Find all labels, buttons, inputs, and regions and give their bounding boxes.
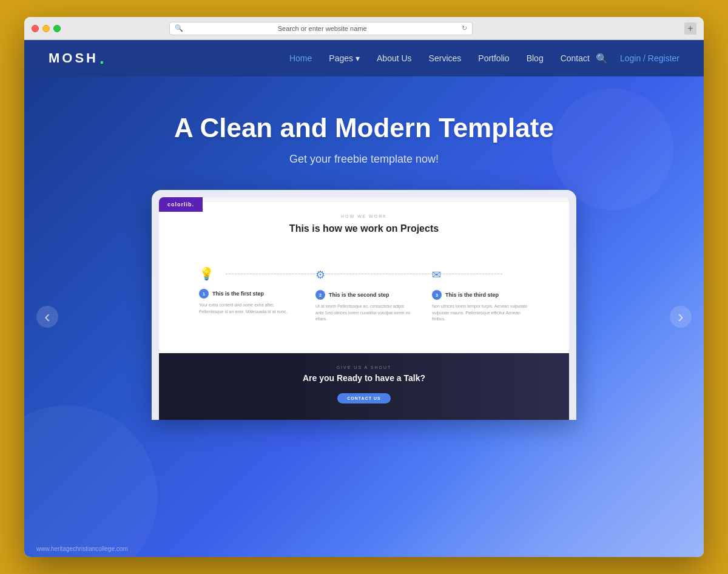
- carousel-next-button[interactable]: ›: [670, 306, 692, 328]
- search-icon: 🔍: [175, 24, 183, 32]
- close-button[interactable]: [32, 25, 39, 32]
- nav-link-portfolio[interactable]: Portfolio: [478, 53, 509, 63]
- bg-decoration-1: [24, 405, 158, 557]
- mockup-body: HOW WE WORK This is how we work on Proje…: [159, 202, 569, 353]
- hero-section: ‹ › A Clean and Modern Template Get your…: [24, 76, 704, 557]
- carousel-prev-button[interactable]: ‹: [36, 306, 58, 328]
- step-1-icon: 💡: [199, 265, 214, 283]
- mockup-content: colorlib. HOW WE WORK This is how we wor…: [159, 197, 569, 420]
- step-1-title: This is the first step: [212, 291, 264, 297]
- mockup-cta-button[interactable]: CONTACT US: [337, 393, 390, 403]
- step-1-label: 1 This is the first step: [199, 289, 264, 299]
- mockup-cta-title: Are you Ready to have a Talk?: [171, 373, 557, 383]
- minimize-button[interactable]: [42, 25, 50, 32]
- step-3-title: This is the third step: [445, 292, 499, 298]
- step-1: 💡 1 This is the first step Your extra co…: [199, 265, 296, 323]
- step-2-title: This is the second step: [329, 292, 389, 298]
- nav-login-link[interactable]: Login / Register: [620, 53, 679, 63]
- step-2-icon: ⚙: [315, 266, 325, 284]
- maximize-button[interactable]: [53, 25, 61, 32]
- step-3-number: 3: [432, 290, 442, 300]
- footer-url: www.heritagechristiancollege.com: [36, 545, 128, 552]
- step-2-desc: Ut at lorem Pellentesque ac, consectetur…: [315, 303, 413, 323]
- nav-link-services[interactable]: Services: [429, 53, 462, 63]
- navbar: MOSH. Home Pages ▾ About Us Services Por…: [24, 40, 704, 76]
- nav-link-pages[interactable]: Pages ▾: [329, 53, 360, 63]
- step-2-number: 2: [315, 290, 325, 300]
- mockup-section-title: This is how we work on Projects: [177, 223, 551, 234]
- step-3-label: 3 This is the third step: [432, 290, 499, 300]
- traffic-lights: [32, 25, 61, 32]
- hero-text-block: A Clean and Modern Template Get your fre…: [174, 76, 554, 166]
- logo-dot: .: [99, 50, 107, 67]
- browser-window: 🔍 Search or enter website name ↻ + MOSH.…: [24, 17, 704, 557]
- step-3: ✉ 3 This is the third step Non ultrices …: [432, 265, 529, 323]
- step-2: ⚙ 2 This is the second step Ut at lorem …: [315, 265, 413, 323]
- nav-logo: MOSH.: [49, 50, 107, 67]
- step-1-desc: Your extra content and some extra after.…: [199, 302, 296, 315]
- steps-container: 💡 1 This is the first step Your extra co…: [177, 252, 551, 341]
- laptop-screen-outer: colorlib. HOW WE WORK This is how we wor…: [152, 190, 576, 420]
- nav-link-blog[interactable]: Blog: [527, 53, 544, 63]
- nav-search-icon[interactable]: 🔍: [596, 53, 608, 64]
- step-1-number: 1: [199, 289, 209, 299]
- address-bar-text: Search or enter website name: [187, 25, 458, 32]
- hero-subtitle: Get your freebie template now!: [174, 153, 554, 166]
- step-2-label: 2 This is the second step: [315, 290, 389, 300]
- nav-link-home[interactable]: Home: [289, 53, 312, 63]
- mockup-header-bar: [159, 197, 569, 202]
- laptop-mockup: colorlib. HOW WE WORK This is how we wor…: [152, 190, 576, 420]
- laptop-screen-inner: colorlib. HOW WE WORK This is how we wor…: [159, 197, 569, 420]
- hero-title: A Clean and Modern Template: [174, 113, 554, 143]
- website-content: MOSH. Home Pages ▾ About Us Services Por…: [24, 40, 704, 557]
- mockup-cta-tag: GIVE US A SHOUT: [171, 365, 557, 370]
- nav-link-about[interactable]: About Us: [377, 53, 412, 63]
- nav-links: Home Pages ▾ About Us Services Portfolio…: [289, 53, 590, 64]
- reload-icon[interactable]: ↻: [462, 24, 467, 32]
- step-3-icon: ✉: [432, 266, 441, 284]
- new-tab-button[interactable]: +: [684, 22, 696, 35]
- nav-link-contact[interactable]: Contact: [561, 53, 590, 63]
- mockup-section-tag: HOW WE WORK: [177, 214, 551, 218]
- chevron-down-icon: ▾: [356, 53, 360, 63]
- logo-text: MOSH: [49, 50, 98, 66]
- browser-chrome: 🔍 Search or enter website name ↻ +: [24, 17, 704, 40]
- step-3-desc: Non ultrices lorem tempor turpis. Aenean…: [432, 303, 529, 323]
- mockup-cta-section: GIVE US A SHOUT Are you Ready to have a …: [159, 353, 569, 420]
- mockup-cta-content: GIVE US A SHOUT Are you Ready to have a …: [171, 365, 557, 403]
- address-bar[interactable]: 🔍 Search or enter website name ↻: [169, 22, 473, 35]
- colorlib-badge: colorlib.: [159, 197, 203, 212]
